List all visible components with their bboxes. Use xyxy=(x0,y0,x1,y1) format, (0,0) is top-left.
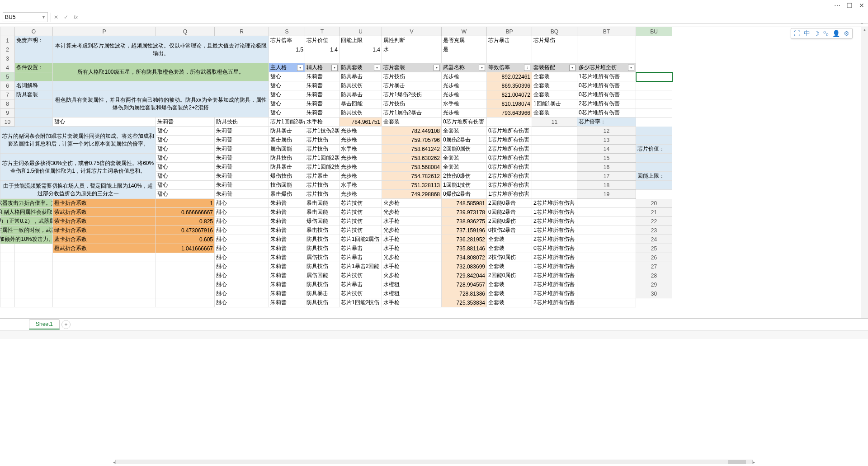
r-25[interactable] xyxy=(156,253,215,262)
d-w-16[interactable]: 光步枪 xyxy=(340,172,382,181)
d-s-21[interactable]: 甜心 xyxy=(215,217,269,226)
d-bp-25[interactable]: 734.808072 xyxy=(442,253,487,262)
filter-bt[interactable]: 多少芯片堆全伤▾ xyxy=(577,63,636,72)
p-25[interactable] xyxy=(15,253,53,262)
d-w-17[interactable]: 水手枪 xyxy=(340,181,382,190)
d-t-24[interactable]: 朱莉普 xyxy=(269,244,305,253)
d-w-18[interactable]: 光步枪 xyxy=(340,190,382,199)
d-w-5[interactable]: 光步枪 xyxy=(442,72,487,81)
d-bu-22[interactable] xyxy=(577,226,636,235)
d-t-17[interactable]: 朱莉普 xyxy=(215,181,269,190)
d-w-8[interactable]: 水手枪 xyxy=(442,99,487,108)
d-u-30[interactable]: 防具技伤 xyxy=(305,298,340,307)
c-bu-1[interactable] xyxy=(636,36,672,45)
col-header-O[interactable]: O xyxy=(15,27,53,36)
d-u-6[interactable]: 防具技伤 xyxy=(340,81,382,90)
d-t-19[interactable]: 朱莉普 xyxy=(269,199,305,208)
row-header-1[interactable]: 1 xyxy=(0,36,15,45)
d-bq-21[interactable]: 2回能0爆伤 xyxy=(487,217,532,226)
d-bp-17[interactable]: 751.328113 xyxy=(382,181,442,190)
row-header-22[interactable]: 22 xyxy=(636,217,672,226)
d-bq-19[interactable]: 2回能0暴击 xyxy=(487,199,532,208)
p-30[interactable] xyxy=(15,298,53,307)
row-header-29[interactable]: 29 xyxy=(636,280,672,289)
c3-6[interactable] xyxy=(532,54,577,63)
tool-icon-5[interactable]: ⚙ xyxy=(844,30,849,37)
r-29[interactable] xyxy=(156,289,215,298)
d-bq-14[interactable]: 全套装 xyxy=(442,154,487,163)
d-bu-18[interactable] xyxy=(532,190,577,199)
d-bq-30[interactable]: 全套装 xyxy=(487,298,532,307)
q-29[interactable] xyxy=(53,289,156,298)
d-bu-19[interactable] xyxy=(577,199,636,208)
row-header-19[interactable]: 19 xyxy=(577,190,636,199)
confirm-formula-icon[interactable]: ✓ xyxy=(64,14,68,20)
d-bu-23[interactable] xyxy=(577,235,636,244)
d-v-29[interactable]: 芯片技伤 xyxy=(340,289,382,298)
d-s-19[interactable]: 甜心 xyxy=(215,199,269,208)
d-bt-18[interactable]: 1芯片堆所有伤害 xyxy=(487,190,532,199)
d-bt-9[interactable]: 0芯片堆所有伤害 xyxy=(577,108,636,118)
d-t-5[interactable]: 朱莉普 xyxy=(305,72,340,81)
d-bp-24[interactable]: 735.881146 xyxy=(442,244,487,253)
d-s-26[interactable]: 甜心 xyxy=(215,262,269,271)
col-header-BU[interactable]: BU xyxy=(636,27,672,36)
d-v-27[interactable]: 芯片技伤 xyxy=(340,271,382,280)
col-header-W[interactable]: W xyxy=(442,27,487,36)
d-bp-16[interactable]: 754.782612 xyxy=(382,172,442,181)
row-header-2[interactable]: 2 xyxy=(0,45,15,54)
d-t-28[interactable]: 朱莉普 xyxy=(269,280,305,289)
row-header-20[interactable]: 20 xyxy=(636,199,672,208)
row-header-10[interactable]: 10 xyxy=(0,118,15,127)
d-s-6[interactable]: 甜心 xyxy=(269,81,305,90)
d-s-18[interactable]: 甜心 xyxy=(156,190,215,199)
d-w-11[interactable]: 光步枪 xyxy=(340,127,382,136)
p-26[interactable] xyxy=(15,262,53,271)
d-bt-15[interactable]: 0芯片堆所有伤害 xyxy=(487,163,532,172)
close-icon[interactable]: ✕ xyxy=(859,2,864,9)
d-t-8[interactable]: 朱莉普 xyxy=(305,99,340,108)
d-w-15[interactable]: 光步枪 xyxy=(340,163,382,172)
d-bt-14[interactable]: 0芯片堆所有伤害 xyxy=(487,154,532,163)
row-header-23[interactable]: 23 xyxy=(636,226,672,235)
spreadsheet-grid[interactable]: ⛶ 中 ☽ ⁰₀ 👤 ⚙ ▴ OPQRSTUVWBPBQBTBU1免责声明：本计… xyxy=(0,27,868,318)
fx-icon[interactable]: fx xyxy=(74,14,78,20)
c2-1[interactable] xyxy=(532,45,577,54)
d-bq-28[interactable]: 全套装 xyxy=(487,280,532,289)
d-w-25[interactable]: 光步枪 xyxy=(382,253,442,262)
d-w-21[interactable]: 水手枪 xyxy=(382,217,442,226)
d-bq-23[interactable]: 全套装 xyxy=(487,235,532,244)
row-header-8[interactable]: 8 xyxy=(0,99,15,108)
q-25[interactable] xyxy=(53,253,156,262)
d-bp-14[interactable]: 758.630262 xyxy=(382,154,442,163)
tool-icon-2[interactable]: ☽ xyxy=(814,30,820,37)
row-header-17[interactable]: 17 xyxy=(577,172,636,181)
d-t-26[interactable]: 朱莉普 xyxy=(269,262,305,271)
d-t-25[interactable]: 朱莉普 xyxy=(269,253,305,262)
d-w-22[interactable]: 光步枪 xyxy=(382,226,442,235)
d-u-12[interactable]: 暴击属伤 xyxy=(269,136,305,145)
d-bt-7[interactable]: 0芯片堆所有伤害 xyxy=(577,90,636,99)
d-bt-26[interactable]: 1芯片堆所有伤害 xyxy=(532,262,577,271)
d-bq-20[interactable]: 0回能2暴击 xyxy=(487,208,532,217)
filter-w[interactable]: 武器名称▾ xyxy=(442,63,487,72)
d-bp-9[interactable]: 793.643966 xyxy=(487,108,532,118)
d-v-12[interactable]: 芯片技伤 xyxy=(305,136,340,145)
col-header-Q[interactable]: Q xyxy=(156,27,215,36)
p-29[interactable] xyxy=(15,289,53,298)
d-w-28[interactable]: 水橙狙 xyxy=(382,280,442,289)
d-u-23[interactable]: 防具技伤 xyxy=(305,235,340,244)
d-bt-19[interactable]: 2芯片堆所有伤害 xyxy=(532,199,577,208)
d-v-14[interactable]: 芯片1回能2暴击 xyxy=(305,154,340,163)
d-bp-8[interactable]: 810.198074 xyxy=(487,99,532,108)
d-u-8[interactable]: 暴击回能 xyxy=(340,99,382,108)
d-bp-12[interactable]: 759.705796 xyxy=(382,136,442,145)
row-header-16[interactable]: 16 xyxy=(577,163,636,172)
r-30[interactable] xyxy=(156,298,215,307)
d-t-23[interactable]: 朱莉普 xyxy=(269,235,305,244)
row-header-5[interactable]: 5 xyxy=(0,72,15,81)
col-header-BQ[interactable]: BQ xyxy=(532,27,577,36)
d-t-14[interactable]: 朱莉普 xyxy=(215,154,269,163)
d-w-9[interactable]: 光步枪 xyxy=(442,108,487,118)
d-w-6[interactable]: 光步枪 xyxy=(442,81,487,90)
